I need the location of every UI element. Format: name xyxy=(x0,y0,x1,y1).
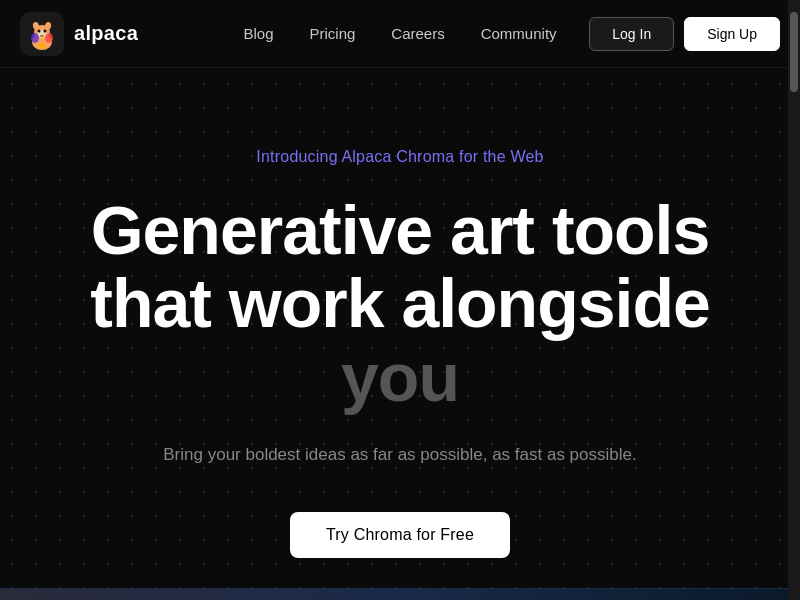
hero-description: Bring your boldest ideas as far as possi… xyxy=(163,442,636,468)
nav-pricing[interactable]: Pricing xyxy=(309,25,355,42)
brand-name: alpaca xyxy=(74,22,138,45)
nav-careers[interactable]: Careers xyxy=(391,25,444,42)
signup-button[interactable]: Sign Up xyxy=(684,17,780,51)
scrollbar[interactable] xyxy=(788,0,800,600)
nav-links: Blog Pricing Careers Community xyxy=(243,25,556,42)
svg-point-8 xyxy=(31,33,39,43)
svg-point-11 xyxy=(40,34,44,36)
login-button[interactable]: Log In xyxy=(589,17,674,51)
cta-button[interactable]: Try Chroma for Free xyxy=(290,512,510,558)
nav-community[interactable]: Community xyxy=(481,25,557,42)
svg-point-7 xyxy=(44,29,47,32)
navbar: alpaca Blog Pricing Careers Community Lo… xyxy=(0,0,800,68)
hero-title: Generative art tools that work alongside… xyxy=(50,194,750,414)
bottom-bar xyxy=(0,588,788,600)
auth-buttons: Log In Sign Up xyxy=(589,17,780,51)
nav-blog[interactable]: Blog xyxy=(243,25,273,42)
svg-point-9 xyxy=(45,33,53,43)
svg-point-6 xyxy=(38,29,41,32)
hero-subtitle: Introducing Alpaca Chroma for the Web xyxy=(256,148,543,166)
logo-icon[interactable] xyxy=(20,12,64,56)
hero-title-line2-fade: you xyxy=(341,339,459,415)
hero-title-line2-normal: that work alongside xyxy=(90,265,710,341)
hero-title-line1: Generative art tools xyxy=(91,192,710,268)
brand-area: alpaca xyxy=(20,12,138,56)
hero-section: Introducing Alpaca Chroma for the Web Ge… xyxy=(0,68,800,598)
svg-point-10 xyxy=(38,43,46,49)
scrollbar-thumb[interactable] xyxy=(790,12,798,92)
